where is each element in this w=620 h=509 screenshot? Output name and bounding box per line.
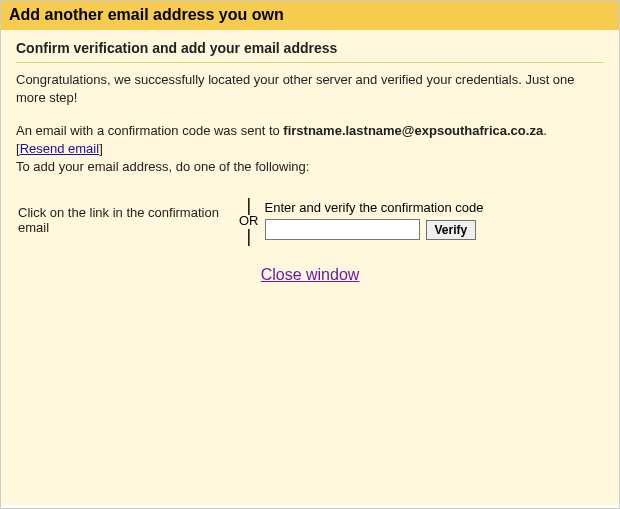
close-window-link[interactable]: Close window	[261, 266, 360, 283]
close-row: Close window	[16, 266, 604, 284]
target-email: firstname.lastname@expsouthafrica.co.za	[283, 123, 543, 138]
dialog-title: Add another email address you own	[9, 6, 611, 24]
dialog-titlebar: Add another email address you own	[1, 1, 619, 30]
or-divider: | OR |	[239, 197, 259, 244]
sent-block: An email with a confirmation code was se…	[16, 122, 604, 177]
pipe-icon: |	[246, 197, 251, 213]
verify-button[interactable]: Verify	[426, 220, 477, 240]
options-row: Click on the link in the confirmation em…	[18, 197, 602, 244]
sent-prefix: An email with a confirmation code was se…	[16, 123, 283, 138]
enter-code-label: Enter and verify the confirmation code	[265, 200, 603, 215]
to-add-text: To add your email address, do one of the…	[16, 159, 309, 174]
congrats-text: Congratulations, we successfully located…	[16, 71, 604, 106]
resend-email-link[interactable]: Resend email	[20, 141, 100, 156]
section-heading: Confirm verification and add your email …	[16, 40, 604, 56]
option-enter-code: Enter and verify the confirmation code V…	[265, 200, 603, 240]
option-click-link: Click on the link in the confirmation em…	[18, 205, 233, 235]
dialog-window: Add another email address you own Confir…	[0, 0, 620, 509]
pipe-icon: |	[246, 228, 251, 244]
divider	[16, 62, 604, 63]
dialog-content: Confirm verification and add your email …	[1, 30, 619, 505]
confirmation-code-input[interactable]	[265, 219, 420, 240]
sent-suffix: .	[543, 123, 547, 138]
code-input-row: Verify	[265, 219, 603, 240]
